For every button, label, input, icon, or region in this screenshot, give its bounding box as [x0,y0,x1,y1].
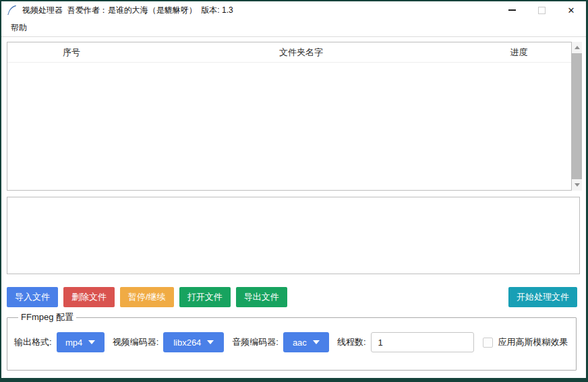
pause-resume-button[interactable]: 暂停/继续 [120,287,174,307]
scrollbar-thumb[interactable] [572,53,582,179]
arrow-up-icon [575,46,580,49]
toolbar: 导入文件 删除文件 暂停/继续 打开文件 导出文件 开始处理文件 [7,287,577,307]
gaussian-blur-checkbox[interactable] [483,338,493,348]
column-header-folder-name: 文件夹名字 [136,46,467,59]
threads-input[interactable] [371,332,474,352]
close-icon: ✕ [568,6,575,15]
gaussian-blur-label: 应用高斯模糊效果 [498,336,568,348]
export-files-button[interactable]: 导出文件 [236,287,287,307]
audio-encoder-select[interactable]: aac [283,332,329,352]
close-button[interactable]: ✕ [556,1,586,19]
menubar: 帮助 [1,19,586,37]
file-table-area: 序号 文件夹名字 进度 [7,42,582,191]
output-format-value: mp4 [65,338,82,348]
video-encoder-value: libx264 [173,338,201,348]
chevron-down-icon [207,340,214,344]
start-processing-button[interactable]: 开始处理文件 [508,287,577,307]
file-table-body[interactable] [7,63,571,190]
video-encoder-label: 视频编码器: [113,336,159,348]
scrollbar-down-button[interactable] [572,179,582,191]
audio-encoder-value: aac [293,338,307,348]
app-window: 视频处理器 吾爱作者：是谁的大海（是貔貅呀） 版本: 1.3 ✕ 帮助 序号 文… [0,0,588,382]
video-encoder-select[interactable]: libx264 [163,332,224,352]
titlebar: 视频处理器 吾爱作者：是谁的大海（是貔貅呀） 版本: 1.3 ✕ [1,1,586,19]
arrow-down-icon [575,183,580,187]
scrollbar-up-button[interactable] [572,42,582,53]
delete-files-button[interactable]: 删除文件 [63,287,115,307]
threads-label: 线程数: [337,336,366,348]
file-table-header: 序号 文件夹名字 进度 [7,42,571,63]
chevron-down-icon [313,340,320,344]
maximize-icon [538,7,546,14]
column-header-progress: 进度 [467,46,571,59]
minimize-button[interactable] [497,1,527,19]
output-format-select[interactable]: mp4 [57,332,105,352]
audio-encoder-label: 音频编码器: [232,336,278,348]
window-title: 视频处理器 吾爱作者：是谁的大海（是貔貅呀） 版本: 1.3 [22,5,233,16]
open-files-button[interactable]: 打开文件 [179,287,231,307]
column-header-index: 序号 [7,46,136,59]
chevron-down-icon [88,340,95,344]
maximize-button[interactable] [527,1,556,19]
file-table[interactable]: 序号 文件夹名字 进度 [7,42,572,191]
import-files-button[interactable]: 导入文件 [7,287,58,307]
window-controls: ✕ [497,1,586,19]
menu-help[interactable]: 帮助 [8,21,30,35]
table-scrollbar[interactable] [572,42,582,191]
ffmpeg-config-row: 输出格式: mp4 视频编码器: libx264 音频编码器: aac 线程数:… [14,332,569,352]
minimize-icon [508,9,516,11]
ffmpeg-config-group: FFmpeg 配置 输出格式: mp4 视频编码器: libx264 音频编码器… [7,311,577,371]
output-format-label: 输出格式: [14,336,52,348]
tk-feather-icon [7,5,18,15]
log-textbox[interactable] [7,197,580,274]
ffmpeg-config-legend: FFmpeg 配置 [18,311,76,323]
